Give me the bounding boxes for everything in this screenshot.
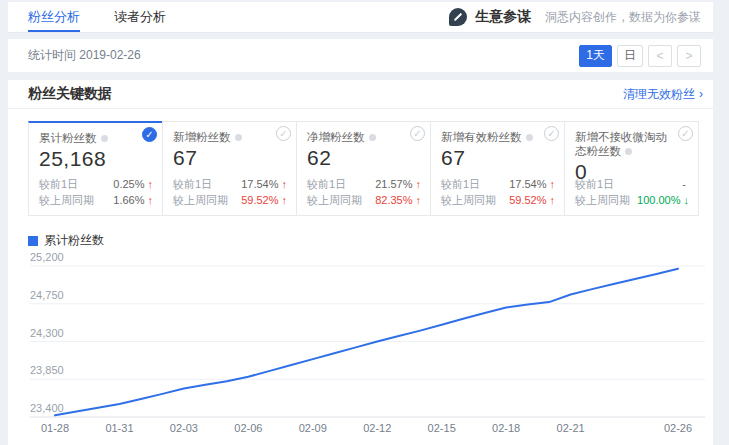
- card-title-row: 累计粉丝数: [39, 131, 152, 145]
- card-check-icon[interactable]: ✓: [142, 127, 157, 142]
- stat-card-new-fans[interactable]: ✓ 新增粉丝数 67 较前1日17.54%↑ 较上周同期59.52%↑: [162, 121, 297, 216]
- brand-slogan: 洞悉内容创作，数据为你参谋: [545, 9, 701, 26]
- clean-invalid-fans-link[interactable]: 清理无效粉丝›: [623, 86, 703, 103]
- y-axis-tick-label: 23,850: [30, 364, 64, 376]
- card-title: 新增粉丝数: [173, 131, 231, 143]
- trend-arrow-icon: ↑: [148, 194, 154, 206]
- x-axis-tick-label: 02-21: [557, 422, 585, 434]
- x-axis-tick-label: 02-03: [170, 422, 198, 434]
- trend-arrow-icon: ↑: [282, 194, 288, 206]
- chevron-right-icon: ›: [699, 87, 703, 101]
- card-value: 25,168: [39, 147, 152, 171]
- x-axis-tick-label: 02-12: [363, 422, 391, 434]
- x-axis-tick-label: 02-18: [492, 422, 520, 434]
- trend-arrow-icon: ↑: [282, 178, 288, 190]
- trend-row: 较前1日21.57%↑: [307, 176, 421, 192]
- card-title-row: 新增粉丝数: [173, 130, 286, 144]
- next-day-button[interactable]: >: [677, 45, 701, 67]
- legend-swatch-icon: [28, 236, 38, 246]
- tab-bar: 粉丝分析 读者分析: [28, 2, 200, 32]
- top-header: 粉丝分析 读者分析 生意参谋 洞悉内容创作，数据为你参谋: [8, 2, 713, 33]
- tab-reader-analysis-label: 读者分析: [114, 8, 166, 26]
- x-axis-tick-label: 01-28: [41, 422, 69, 434]
- card-check-icon[interactable]: ✓: [276, 126, 291, 141]
- x-axis-tick-label: 01-31: [105, 422, 133, 434]
- trend-row: 较上周同期59.52%↑: [173, 192, 287, 208]
- tab-reader-analysis[interactable]: 读者分析: [114, 2, 166, 32]
- y-axis-tick-label: 24,750: [30, 289, 64, 301]
- x-axis-tick-label: 02-09: [299, 422, 327, 434]
- x-axis-tick-label: 02-15: [428, 422, 456, 434]
- card-value: 67: [173, 146, 286, 170]
- trend-arrow-icon: ↑: [148, 178, 154, 190]
- stat-card-no-weitao-fans[interactable]: ✓ 新增不接收微淘动态粉丝数 0 较前1日- 较上周同期100.00%↓: [564, 121, 699, 216]
- info-dot-icon: [235, 134, 242, 141]
- trend-row: 较上周同期1.66%↑: [39, 192, 153, 208]
- trend-arrow-icon: ↑: [550, 178, 556, 190]
- sycm-logo-icon: [449, 8, 467, 26]
- stat-card-cumulative-fans[interactable]: ✓ 累计粉丝数 25,168 较前1日0.25%↑ 较上周同期1.66%↑: [28, 121, 163, 216]
- stat-time-label: 统计时间 2019-02-26: [28, 47, 141, 64]
- info-dot-icon: [369, 134, 376, 141]
- card-title: 净增粉丝数: [307, 131, 365, 143]
- prev-day-button[interactable]: <: [648, 45, 672, 67]
- chart-legend[interactable]: 累计粉丝数: [28, 232, 713, 249]
- kpi-cards: ✓ 累计粉丝数 25,168 较前1日0.25%↑ 较上周同期1.66%↑ ✓ …: [28, 121, 713, 216]
- card-check-icon[interactable]: ✓: [678, 126, 693, 141]
- card-trend-rows: 较前1日0.25%↑ 较上周同期1.66%↑: [39, 176, 153, 208]
- trend-row: 较上周同期100.00%↓: [575, 192, 689, 208]
- card-title-row: 新增不接收微淘动态粉丝数: [575, 130, 688, 158]
- trend-arrow-icon: ↓: [684, 194, 690, 206]
- x-axis-tick-label: 02-26: [664, 422, 692, 434]
- main-panel: 粉丝关键数据 清理无效粉丝› ✓ 累计粉丝数 25,168 较前1日0.25%↑…: [8, 80, 713, 445]
- section-header: 粉丝关键数据 清理无效粉丝›: [8, 80, 713, 109]
- card-check-icon[interactable]: ✓: [544, 126, 559, 141]
- card-check-icon[interactable]: ✓: [410, 126, 425, 141]
- trend-arrow-icon: ↑: [416, 178, 422, 190]
- card-title-row: 净增粉丝数: [307, 130, 420, 144]
- card-value: 62: [307, 146, 420, 170]
- section-title: 粉丝关键数据: [28, 85, 112, 103]
- card-title: 新增有效粉丝数: [441, 131, 522, 143]
- card-trend-rows: 较前1日17.54%↑ 较上周同期59.52%↑: [173, 176, 287, 208]
- trend-row: 较前1日17.54%↑: [441, 176, 555, 192]
- trend-row: 较上周同期82.35%↑: [307, 192, 421, 208]
- card-trend-rows: 较前1日21.57%↑ 较上周同期82.35%↑: [307, 176, 421, 208]
- trend-arrow-icon: ↑: [416, 194, 422, 206]
- trend-arrow-icon: ↑: [550, 194, 556, 206]
- tab-fan-analysis[interactable]: 粉丝分析: [28, 2, 80, 32]
- info-dot-icon: [101, 135, 108, 142]
- info-dot-icon: [625, 148, 632, 155]
- trend-row: 较前1日17.54%↑: [173, 176, 287, 192]
- stat-card-new-valid-fans[interactable]: ✓ 新增有效粉丝数 67 较前1日17.54%↑ 较上周同期59.52%↑: [430, 121, 565, 216]
- y-axis-tick-label: 23,400: [30, 402, 64, 414]
- trend-row: 较上周同期59.52%↑: [441, 192, 555, 208]
- brand-name: 生意参谋: [475, 8, 531, 26]
- card-trend-rows: 较前1日17.54%↑ 较上周同期59.52%↑: [441, 176, 555, 208]
- info-dot-icon: [526, 134, 533, 141]
- calendar-day-button[interactable]: 日: [617, 45, 643, 67]
- card-title-row: 新增有效粉丝数: [441, 130, 554, 144]
- card-value: 67: [441, 146, 554, 170]
- date-controls: 1天 日 < >: [579, 45, 701, 67]
- card-title: 累计粉丝数: [39, 132, 97, 144]
- brand-area: 生意参谋 洞悉内容创作，数据为你参谋: [449, 8, 701, 26]
- y-axis-tick-label: 25,200: [30, 251, 64, 263]
- x-axis-tick-label: 02-06: [234, 422, 262, 434]
- trend-row: 较前1日0.25%↑: [39, 176, 153, 192]
- cumulative-fans-line-chart: 23,40023,85024,30024,75025,20001-2801-31…: [8, 251, 713, 443]
- stat-card-net-fans[interactable]: ✓ 净增粉丝数 62 较前1日21.57%↑ 较上周同期82.35%↑: [296, 121, 431, 216]
- tab-fan-analysis-label: 粉丝分析: [28, 8, 80, 26]
- date-toolbar: 统计时间 2019-02-26 1天 日 < >: [8, 39, 713, 72]
- card-title: 新增不接收微淘动态粉丝数: [575, 131, 667, 157]
- trend-row: 较前1日-: [575, 176, 689, 192]
- clean-invalid-fans-label: 清理无效粉丝: [623, 87, 695, 101]
- range-1day-button[interactable]: 1天: [579, 45, 612, 67]
- card-trend-rows: 较前1日- 较上周同期100.00%↓: [575, 176, 689, 208]
- line-chart: 23,40023,85024,30024,75025,20001-2801-31…: [8, 251, 713, 445]
- y-axis-tick-label: 24,300: [30, 327, 64, 339]
- legend-label: 累计粉丝数: [44, 232, 104, 249]
